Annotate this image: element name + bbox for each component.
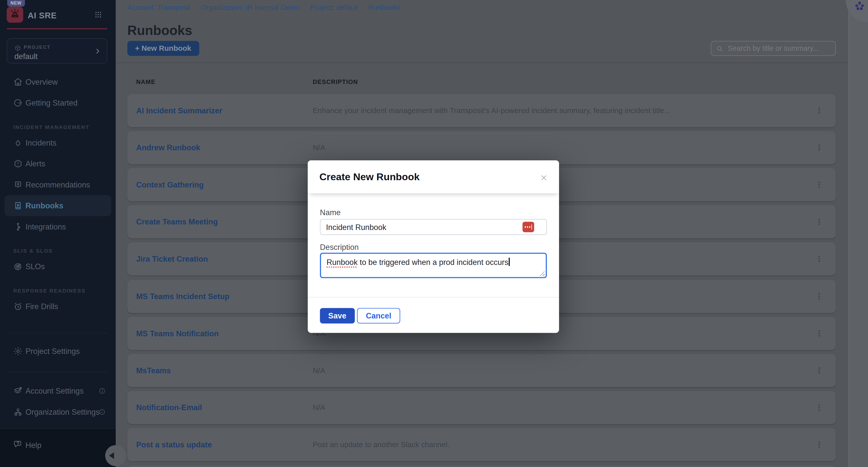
runbook-description: N/A bbox=[313, 143, 325, 152]
text-caret bbox=[509, 258, 510, 266]
info-icon[interactable] bbox=[99, 387, 106, 395]
page-title: Runbooks bbox=[127, 23, 192, 38]
kebab-menu-icon[interactable] bbox=[815, 329, 824, 338]
gear-icon bbox=[13, 346, 23, 356]
kebab-menu-icon[interactable] bbox=[815, 255, 824, 263]
runbook-name-link[interactable]: MsTeams bbox=[136, 366, 171, 375]
new-badge: NEW bbox=[7, 0, 25, 6]
sidebar-item-label: Fire Drills bbox=[25, 302, 58, 311]
sidebar-item-runbooks[interactable]: Runbooks bbox=[4, 195, 112, 216]
table-row[interactable] bbox=[127, 465, 836, 467]
runbook-name-link[interactable]: Jira Ticket Creation bbox=[136, 255, 208, 263]
description-field-label: Description bbox=[320, 243, 359, 252]
runbook-name-link[interactable]: MS Teams Notification bbox=[136, 329, 219, 338]
runbook-name-link[interactable]: Andrew Runbook bbox=[136, 143, 200, 152]
name-input[interactable] bbox=[320, 219, 547, 235]
modal-title: Create New Runbook bbox=[319, 171, 420, 183]
sidebar-section-header: SLIS & SLOS bbox=[13, 247, 116, 255]
kebab-menu-icon[interactable] bbox=[815, 143, 824, 152]
breadcrumb-separator: › bbox=[194, 3, 197, 11]
sidebar-item-alerts[interactable]: Alerts bbox=[0, 153, 116, 174]
cancel-button[interactable]: Cancel bbox=[357, 308, 400, 324]
toolbar-divider bbox=[116, 63, 849, 63]
app-name: AI SRE bbox=[28, 10, 57, 20]
info-icon[interactable] bbox=[99, 408, 106, 416]
chevron-right-icon bbox=[94, 47, 101, 57]
flower-extension-icon[interactable] bbox=[854, 0, 865, 14]
sidebar-item-account-settings[interactable]: Account Settings bbox=[0, 380, 116, 402]
kebab-menu-icon[interactable] bbox=[815, 292, 824, 301]
sidebar-divider bbox=[6, 371, 107, 372]
sidebar-item-organization-settings[interactable]: Organization Settings bbox=[0, 401, 116, 423]
sidebar-item-slos[interactable]: SLOs bbox=[0, 256, 116, 277]
table-row[interactable]: Post a status updatePost an update to an… bbox=[127, 428, 836, 461]
kebab-menu-icon[interactable] bbox=[815, 180, 824, 189]
table-row[interactable]: MsTeamsN/A bbox=[127, 354, 836, 387]
sidebar: NEW AI SRE PROJECT default OverviewGetti… bbox=[0, 0, 116, 467]
alarm-clock-icon bbox=[13, 302, 23, 311]
sidebar-item-label: Incidents bbox=[25, 138, 56, 147]
search-box bbox=[711, 41, 836, 56]
runbook-name-link[interactable]: Context Gathering bbox=[136, 180, 204, 189]
kebab-menu-icon[interactable] bbox=[815, 440, 824, 449]
runbook-name-link[interactable]: MS Teams Incident Setup bbox=[136, 292, 229, 301]
runbook-description: N/A bbox=[313, 366, 325, 374]
project-selector[interactable]: PROJECT default bbox=[6, 38, 107, 64]
kebab-menu-icon[interactable] bbox=[815, 403, 824, 412]
column-header-description: DESCRIPTION bbox=[313, 78, 358, 85]
sidebar-item-help[interactable]: Help bbox=[0, 435, 116, 456]
sidebar-section-header: RESPONSE READINESS bbox=[13, 287, 116, 295]
branch-icon bbox=[13, 222, 23, 231]
runbook-name-link[interactable]: Notification-Email bbox=[136, 403, 202, 412]
sidebar-item-label: Help bbox=[25, 441, 41, 449]
runbook-name-link[interactable]: Create Teams Meeting bbox=[136, 218, 218, 226]
sidebar-item-label: Organization Settings bbox=[25, 407, 99, 416]
table-row[interactable]: AI Incident SummarizerEnhance your incid… bbox=[127, 94, 836, 127]
sidebar-item-label: Overview bbox=[25, 77, 58, 86]
sidebar-item-label: Recommendations bbox=[25, 180, 90, 189]
sidebar-item-label: Integrations bbox=[25, 222, 66, 231]
sidebar-section-header: INCIDENT MANAGEMENT bbox=[13, 124, 116, 131]
sidebar-item-project-settings[interactable]: Project Settings bbox=[0, 341, 116, 362]
help-bubble-icon bbox=[13, 439, 23, 451]
target-icon bbox=[13, 262, 23, 271]
sidebar-nav: OverviewGetting StartedINCIDENT MANAGEME… bbox=[0, 71, 116, 317]
sidebar-item-incidents[interactable]: Incidents bbox=[0, 132, 116, 153]
compass-icon bbox=[13, 98, 23, 108]
kebab-menu-icon[interactable] bbox=[815, 366, 824, 375]
table-row[interactable]: Andrew RunbookN/A bbox=[127, 131, 836, 164]
breadcrumb-separator: › bbox=[304, 3, 306, 11]
password-manager-autofill-icon[interactable] bbox=[523, 222, 534, 232]
column-header-name: NAME bbox=[136, 78, 155, 85]
sidebar-item-recommendations[interactable]: Recommendations bbox=[0, 174, 116, 195]
table-row[interactable]: Notification-EmailN/A bbox=[127, 391, 836, 424]
sidebar-collapse-handle[interactable] bbox=[105, 445, 126, 466]
runbook-description: Enhance your incident management with Tr… bbox=[313, 106, 671, 114]
sidebar-account-group: Account SettingsOrganization Settings bbox=[0, 380, 116, 423]
breadcrumb-link[interactable]: Project: default bbox=[310, 3, 358, 11]
search-input[interactable] bbox=[727, 42, 832, 55]
breadcrumb-link[interactable]: Account: Transposit bbox=[127, 3, 190, 11]
save-button[interactable]: Save bbox=[320, 308, 355, 324]
runbook-name-link[interactable]: Post a status update bbox=[136, 440, 212, 449]
sidebar-item-integrations[interactable]: Integrations bbox=[0, 216, 116, 237]
close-icon[interactable] bbox=[540, 174, 548, 184]
new-runbook-button[interactable]: + New Runbook bbox=[127, 41, 199, 56]
sidebar-item-overview[interactable]: Overview bbox=[0, 71, 116, 93]
sidebar-item-label: Alerts bbox=[25, 159, 45, 168]
sidebar-item-label: Project Settings bbox=[25, 346, 80, 356]
resize-handle-icon[interactable] bbox=[540, 271, 545, 276]
runbook-name-link[interactable]: AI Incident Summarizer bbox=[136, 106, 222, 114]
sidebar-item-getting-started[interactable]: Getting Started bbox=[0, 92, 116, 113]
breadcrumb-link[interactable]: Runbooks bbox=[368, 3, 401, 11]
app-launcher-grid-icon[interactable] bbox=[94, 10, 102, 21]
sidebar-item-fire-drills[interactable]: Fire Drills bbox=[0, 296, 116, 317]
runbook-description: N/A bbox=[313, 403, 325, 412]
kebab-menu-icon[interactable] bbox=[815, 218, 824, 226]
collapse-arrow-icon bbox=[109, 453, 114, 459]
kebab-menu-icon[interactable] bbox=[815, 106, 824, 114]
book-play-icon bbox=[13, 201, 23, 210]
sidebar-item-label: Getting Started bbox=[25, 99, 78, 107]
breadcrumb-link[interactable]: Organization: IR Internal Demo bbox=[201, 3, 300, 11]
description-textarea[interactable]: Runbook to be triggered when a prod inci… bbox=[320, 253, 547, 278]
